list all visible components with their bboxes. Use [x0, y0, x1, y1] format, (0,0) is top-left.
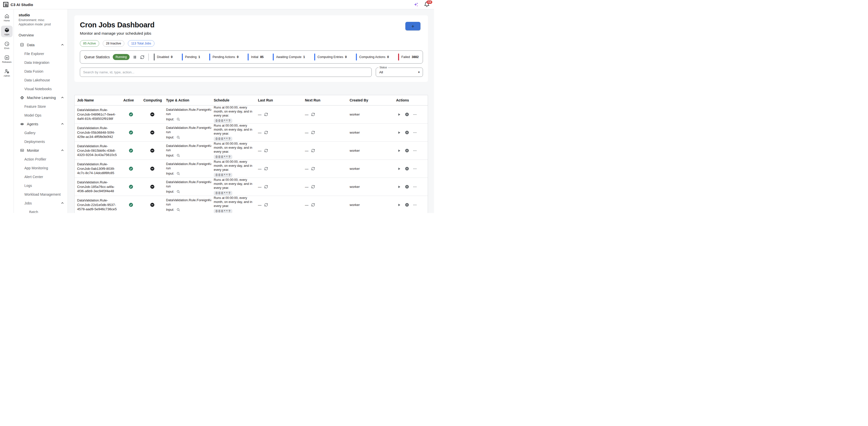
- refresh-icon[interactable]: [311, 185, 315, 189]
- view-input-button[interactable]: [176, 172, 180, 176]
- chevron-down-icon: ▼: [418, 71, 420, 73]
- chip-85-active[interactable]: 85 Active: [80, 40, 99, 47]
- sidebar-item-file-explorer[interactable]: File Explorer: [14, 49, 68, 58]
- schedule-cell: Runs at 00:00:00, every month, on every …: [211, 124, 255, 141]
- sidebar-item-workload-management[interactable]: Workload Management: [14, 190, 68, 199]
- created-by-cell: worker: [347, 203, 394, 207]
- stat-color-bar: [154, 54, 155, 61]
- sidebar-item-data[interactable]: Data: [14, 40, 68, 49]
- stat-value: 0: [387, 55, 389, 59]
- refresh-icon[interactable]: [264, 203, 268, 207]
- stat-value: 3882: [412, 55, 419, 59]
- sidebar-item-feature-store[interactable]: Feature Store: [14, 102, 68, 111]
- sidebar-item-machine-learning[interactable]: AIMachine Learning: [14, 93, 68, 102]
- notifications-button[interactable]: 218: [424, 1, 430, 7]
- stat-color-bar: [209, 54, 210, 61]
- sidebar-item-app-monitoring[interactable]: App Monitoring: [14, 163, 68, 172]
- sidebar-item-alert-center[interactable]: Alert Center: [14, 172, 68, 181]
- chevron-up-icon[interactable]: [61, 122, 64, 126]
- sidebar-item-label: Gallery: [24, 131, 35, 135]
- more-actions-button[interactable]: [413, 149, 417, 153]
- more-actions-button[interactable]: [413, 113, 417, 117]
- chevron-up-icon[interactable]: [61, 202, 64, 205]
- add-job-button[interactable]: +: [405, 22, 421, 30]
- schedule-text: Runs at 00:00:00, every month, on every …: [214, 106, 255, 118]
- chevron-up-icon[interactable]: [61, 149, 64, 152]
- run-job-button[interactable]: [397, 185, 401, 189]
- apps-icon: [4, 27, 9, 33]
- pause-job-button[interactable]: [405, 185, 409, 189]
- jobs-table-header: Job NameActiveComputingType & ActionSche…: [74, 95, 428, 105]
- rail-item-releases[interactable]: Releases: [1, 53, 12, 65]
- chevron-up-icon[interactable]: [61, 96, 64, 99]
- sidebar-item-agents[interactable]: Agents: [14, 120, 68, 128]
- sidebar-item-batch[interactable]: Batch: [14, 208, 68, 213]
- sidebar-item-jobs[interactable]: Jobs: [14, 199, 68, 208]
- refresh-icon[interactable]: [311, 203, 315, 207]
- sparkles-icon[interactable]: [413, 2, 418, 7]
- run-job-button[interactable]: [397, 131, 401, 134]
- pause-circle-icon: [405, 112, 409, 117]
- pause-queue-button[interactable]: [133, 55, 136, 59]
- chip-113-total-jobs[interactable]: 113 Total Jobs: [128, 40, 154, 47]
- minus-circle-icon: [150, 130, 155, 135]
- content: HomeAppsEnvsReleasesAdmin studio Environ…: [0, 9, 434, 213]
- pause-job-button[interactable]: [405, 203, 409, 207]
- rail-item-envs[interactable]: Envs: [1, 39, 12, 51]
- refresh-icon[interactable]: [311, 131, 315, 134]
- run-job-button[interactable]: [397, 113, 401, 117]
- run-job-button[interactable]: [397, 167, 401, 171]
- chevron-up-icon[interactable]: [61, 43, 64, 47]
- pause-job-button[interactable]: [405, 112, 409, 117]
- rail-item-admin[interactable]: Admin: [1, 67, 12, 79]
- pause-job-button[interactable]: [405, 166, 409, 171]
- jobs-table-body: DataValidation.Rule-CronJob-048961c7-0ee…: [74, 105, 428, 213]
- sidebar-item-data-integration[interactable]: Data Integration: [14, 58, 68, 67]
- view-input-button[interactable]: [176, 117, 180, 121]
- refresh-icon[interactable]: [264, 131, 268, 134]
- play-icon: [397, 131, 401, 134]
- run-job-button[interactable]: [397, 149, 401, 153]
- rail-item-home[interactable]: Home: [1, 12, 12, 23]
- search-input[interactable]: [80, 67, 372, 77]
- sidebar-item-model-ops[interactable]: Model Ops: [14, 111, 68, 120]
- sidebar-item-deployments[interactable]: Deployments: [14, 137, 68, 146]
- refresh-icon[interactable]: [311, 167, 315, 171]
- view-input-button[interactable]: [176, 208, 180, 212]
- more-actions-button[interactable]: [413, 167, 417, 171]
- sidebar-item-data-lakehouse[interactable]: Data Lakehouse: [14, 75, 68, 84]
- pause-job-button[interactable]: [405, 130, 409, 134]
- view-input-button[interactable]: [176, 135, 180, 140]
- status-filter-select[interactable]: Status All ▼: [376, 67, 423, 77]
- sidebar-item-action-profiler[interactable]: Action Profiler: [14, 155, 68, 163]
- pause-job-button[interactable]: [405, 148, 409, 153]
- more-actions-button[interactable]: [413, 185, 417, 189]
- next-run-value: —: [305, 113, 308, 117]
- sidebar-item-visual-notebooks[interactable]: Visual Notebooks: [14, 84, 68, 93]
- refresh-icon[interactable]: [264, 185, 268, 189]
- refresh-icon[interactable]: [264, 113, 268, 116]
- refresh-icon[interactable]: [264, 149, 268, 152]
- sidebar-item-monitor[interactable]: Monitor: [14, 146, 68, 155]
- next-run-cell: —: [302, 167, 347, 171]
- view-input-button[interactable]: [176, 153, 180, 157]
- refresh-icon[interactable]: [311, 149, 315, 152]
- refresh-icon[interactable]: [311, 113, 315, 116]
- sidebar-item-logs[interactable]: Logs: [14, 181, 68, 190]
- view-input-button[interactable]: [176, 190, 180, 194]
- play-icon: [397, 113, 401, 117]
- sidebar-item-data-fusion[interactable]: Data Fusion: [14, 67, 68, 75]
- chip-28-inactive[interactable]: 28 Inactive: [103, 40, 124, 47]
- queue-stat-pending: Pending1: [182, 54, 200, 61]
- computing-cell: [141, 184, 163, 189]
- run-job-button[interactable]: [397, 203, 401, 207]
- sidebar-item-gallery[interactable]: Gallery: [14, 128, 68, 137]
- more-actions-button[interactable]: [413, 203, 417, 207]
- refresh-queue-button[interactable]: [140, 55, 145, 59]
- more-actions-button[interactable]: [413, 131, 417, 134]
- rail-item-apps[interactable]: Apps: [1, 26, 12, 37]
- cron-expression: 0 0 0 * * ?: [214, 119, 232, 123]
- refresh-icon[interactable]: [264, 167, 268, 171]
- sidebar-item-overview[interactable]: Overview: [14, 33, 68, 37]
- queue-stat-initial: Initial85: [248, 54, 264, 61]
